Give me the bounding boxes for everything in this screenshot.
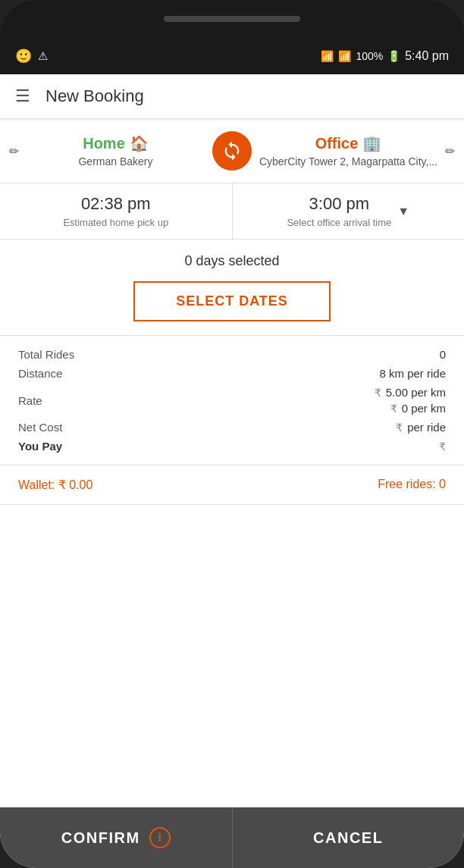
location-row: ✏ Home 🏠 German Bakery Office 🏢 CyberCi [0,119,464,183]
rate2-rupee-icon: ₹ [390,403,397,415]
office-address: CyberCity Tower 2, Magarpatta City,... [259,155,437,168]
warning-icon: ⚠ [38,49,48,63]
home-label-text: Home [83,135,125,152]
header: ☰ New Booking [0,74,464,119]
clock: 5:40 pm [405,49,449,63]
net-cost-value: per ride [407,421,446,434]
battery-percent: 100% [356,50,383,62]
rate-row: Rate ₹ 5.00 per km ₹ 0 per km [18,386,446,415]
rate2-value: 0 per km [402,402,446,415]
status-bar: 🙂 ⚠ 📶 📶 100% 🔋 5:40 pm [0,38,464,74]
cancel-button[interactable]: CANCEL [233,810,465,866]
days-selected-text: 0 days selected [184,253,279,269]
home-label: Home 🏠 [83,134,149,152]
wallet-balance: Wallet: ₹ 0.00 [18,478,92,492]
edit-office-icon[interactable]: ✏ [445,144,455,158]
content-spacer [0,505,464,807]
phone-notch [0,0,464,38]
total-rides-label: Total Rides [18,348,94,361]
page-title: New Booking [45,86,144,106]
days-section: 0 days selected SELECT DATES [0,240,464,336]
pickup-time: 02:38 pm [81,194,151,214]
arrival-time-col[interactable]: 3:00 pm Select office arrival time ▼ [233,183,465,239]
app-icon: 🙂 [15,48,32,64]
swap-icon [221,140,243,161]
signal-icon: 📶 [338,50,351,62]
rate2-value-row: ₹ 0 per km [390,402,446,415]
wallet-row: Wallet: ₹ 0.00 Free rides: 0 [0,465,464,505]
info-icon[interactable]: i [149,827,171,848]
rate-value: 5.00 per km [386,386,446,399]
hamburger-icon[interactable]: ☰ [15,86,30,106]
action-bar: CONFIRM i CANCEL [0,807,464,868]
office-location: Office 🏢 CyberCity Tower 2, Magarpatta C… [258,134,439,168]
time-row: 02:38 pm Estimated home pick up 3:00 pm … [0,183,464,240]
wifi-icon: 📶 [321,50,334,62]
total-rides-row: Total Rides 0 [18,348,446,361]
rate-label: Rate [18,394,94,407]
cancel-label: CANCEL [313,829,383,847]
arrival-time-content: 3:00 pm Select office arrival time [287,194,391,228]
screen: ☰ New Booking ✏ Home 🏠 German Bakery Of [0,74,464,868]
rate-value-row: ₹ 5.00 per km [375,386,446,399]
home-address: German Bakery [78,155,152,168]
status-icons-right: 📶 📶 100% 🔋 5:40 pm [321,49,449,63]
status-icons-left: 🙂 ⚠ [15,48,48,64]
confirm-button[interactable]: CONFIRM i [0,807,233,868]
home-icon: 🏠 [130,134,149,152]
distance-label: Distance [18,367,94,380]
pricing-section: Total Rides 0 Distance 8 km per ride Rat… [0,336,464,465]
home-location: Home 🏠 German Bakery [25,134,206,168]
you-pay-label: You Pay [18,440,94,453]
pickup-time-col: 02:38 pm Estimated home pick up [0,183,233,239]
free-rides: Free rides: 0 [378,478,446,492]
you-pay-row: You Pay ₹ [18,440,446,453]
distance-row: Distance 8 km per ride [18,367,446,380]
swap-button[interactable] [212,131,252,171]
rate-rupee-icon: ₹ [375,387,381,399]
office-label-text: Office [315,135,359,152]
you-pay-value-row: ₹ [439,440,446,453]
edit-home-icon[interactable]: ✏ [9,144,19,158]
total-rides-value: 0 [440,348,446,361]
net-cost-row: Net Cost ₹ per ride [18,421,446,434]
office-label: Office 🏢 [315,134,382,152]
net-cost-rupee-icon: ₹ [396,421,403,434]
pickup-label: Estimated home pick up [63,217,168,228]
arrival-time-dropdown-icon: ▼ [397,205,409,218]
you-pay-rupee-icon: ₹ [439,440,446,453]
net-cost-label: Net Cost [18,421,94,434]
arrival-time: 3:00 pm [309,194,370,214]
net-cost-value-row: ₹ per ride [396,421,446,434]
office-icon: 🏢 [362,134,381,152]
distance-value: 8 km per ride [379,367,446,380]
arrival-label: Select office arrival time [287,217,391,228]
select-dates-button[interactable]: SELECT DATES [133,281,331,321]
confirm-label: CONFIRM [61,829,140,847]
battery-icon: 🔋 [387,50,400,62]
